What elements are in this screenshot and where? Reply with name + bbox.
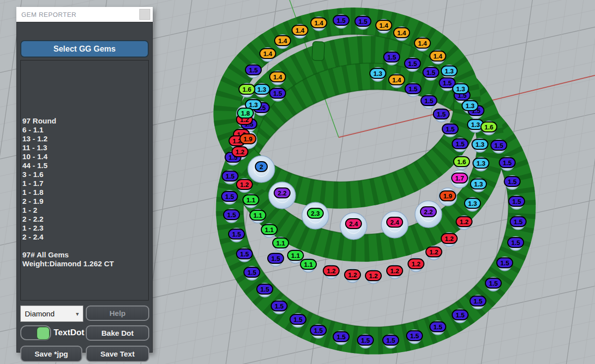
gem-dot[interactable]: 1.3 [253,84,270,95]
gem-dot[interactable]: 1.7 [451,173,468,183]
gem-dot[interactable]: 1.1 [261,224,278,235]
gem-dot[interactable]: 1.2 [456,216,473,227]
gem-dot[interactable]: 1.1 [272,238,289,248]
gem-dot[interactable]: 1.2 [232,146,248,157]
gem-dot[interactable]: 1.9 [439,190,456,201]
panel-title: GEM REPORTER [16,11,139,18]
gem-dot[interactable]: 1.5 [333,331,350,342]
gem-dot[interactable]: 1.4 [388,74,405,85]
gem-dot[interactable]: 1.1 [249,210,266,221]
gem-reporter-panel: GEM REPORTER Select GG Gems 97 Round 6 -… [16,7,153,353]
gem-dot[interactable]: 1.6 [453,156,470,167]
gem-dot[interactable]: 1.4 [429,51,446,61]
gem-dot[interactable]: 1.5 [510,216,527,227]
chevron-down-icon: ▾ [76,310,83,317]
gem-dot[interactable]: 1.5 [405,83,421,94]
gem-dot[interactable]: 1.5 [420,95,437,106]
gem-dot[interactable]: 1.9 [239,133,256,144]
bake-dot-button[interactable]: Bake Dot [86,325,149,341]
gem-dot[interactable]: 1.5 [490,140,507,151]
gem-dot[interactable]: 1.5 [485,278,502,289]
gem-dot[interactable]: 1.4 [269,71,286,82]
gem-dot[interactable]: 2 [255,161,268,172]
gem-dot[interactable]: 1.5 [269,88,286,99]
gem-dot[interactable]: 1.1 [242,194,259,205]
gem-dot[interactable]: 1.2 [441,233,458,244]
gem-dot[interactable]: 1.5 [504,176,521,187]
gem-dot[interactable]: 2.4 [386,217,403,228]
material-dropdown-value: Diamond [21,309,76,318]
gem-dot[interactable]: 1.5 [223,209,240,220]
gem-dot[interactable]: 1.5 [256,284,273,295]
gem-dot[interactable]: 1.5 [433,109,450,120]
gem-dot[interactable]: 1.6 [480,121,497,132]
gem-dot[interactable]: 1.1 [287,250,304,261]
gem-dot[interactable]: 1.5 [243,267,260,278]
gem-dot[interactable]: 1.4 [310,17,327,28]
gem-dot[interactable]: 1.6 [238,84,255,95]
gem-dot[interactable]: 1.5 [355,16,371,27]
gem-dot[interactable]: 1.5 [290,314,306,325]
gem-dot[interactable]: 1.5 [404,58,421,69]
gem-dot[interactable]: 1.5 [228,229,245,240]
textdot-toggle[interactable] [20,325,51,340]
gem-dot[interactable]: 1.5 [496,257,513,268]
gem-dot[interactable]: 1.2 [365,270,382,281]
gem-dot[interactable]: 1.4 [292,25,308,36]
gem-dot[interactable]: 1.3 [473,158,489,169]
gem-dot[interactable]: 1.3 [462,100,478,111]
gem-dot[interactable]: 1.5 [333,15,350,26]
select-gg-gems-button[interactable]: Select GG Gems [20,40,149,58]
gem-dot[interactable]: 1.3 [464,198,481,209]
material-dropdown[interactable]: Diamond ▾ [20,305,83,322]
gem-dot[interactable]: 1.5 [222,171,238,182]
gem-dot[interactable]: 1.4 [375,20,392,31]
gem-dot[interactable]: 2.3 [307,208,324,219]
gem-dot[interactable]: 1.3 [452,83,469,94]
help-button[interactable]: Help [86,305,149,321]
gem-dot[interactable]: 1.4 [259,48,276,59]
gem-dot[interactable]: 1.1 [300,259,317,270]
gem-dot[interactable]: 1.2 [323,265,340,276]
gem-dot[interactable]: 1.5 [508,196,525,207]
gem-dot[interactable]: 1.5 [452,138,469,149]
gem-dot[interactable]: 1.5 [271,301,288,311]
gem-dot[interactable]: 1.2 [236,179,253,190]
gem-dot[interactable]: 2.2 [420,206,437,217]
gem-dot[interactable]: 1.2 [425,246,442,257]
gem-dot[interactable]: 1.5 [383,52,400,62]
gem-dot[interactable]: 1.4 [414,38,431,49]
panel-collapse-button[interactable] [139,9,150,20]
gem-dot[interactable]: 1.2 [386,265,403,276]
save-text-button[interactable]: Save Text [86,346,149,362]
gem-dot[interactable]: 1.3 [441,65,458,76]
gem-dot[interactable]: 1.3 [470,179,487,189]
gem-dot[interactable]: 1.8 [237,108,254,119]
gem-dot[interactable]: 1.2 [408,258,424,269]
gem-dot[interactable]: 2.2 [274,187,291,198]
gem-dot[interactable]: 1.5 [406,330,423,341]
gem-dot[interactable]: 1.5 [236,248,253,259]
gem-dot[interactable]: 1.5 [429,321,446,332]
gem-report-list: 97 Round 6 - 1.1 13 - 1.2 11 - 1.3 10 - … [20,60,149,301]
gem-dot[interactable]: 1.5 [382,335,399,346]
gem-dot[interactable]: 1.3 [472,139,488,150]
gem-dot[interactable]: 1.5 [310,325,327,336]
gem-dot[interactable]: 1.5 [442,123,459,134]
gem-dot[interactable]: 1.5 [422,67,439,78]
gem-dot[interactable]: 1.5 [245,64,262,75]
gem-dot[interactable]: 1.5 [499,157,516,168]
gem-dot[interactable]: 1.5 [507,237,524,248]
gem-dot[interactable]: 1.2 [344,269,361,280]
save-jpg-button[interactable]: Save *jpg [20,346,82,362]
gem-dot[interactable]: 2.4 [345,218,362,229]
gem-dot[interactable]: 1.4 [393,27,410,38]
gem-dot[interactable]: 1.5 [221,191,238,202]
gem-dot[interactable]: 1.5 [357,335,374,346]
gem-dot[interactable]: 1.5 [267,253,284,264]
gem-dot[interactable]: 1.5 [470,296,486,306]
gem-dot[interactable]: 1.5 [452,309,469,320]
gem-dot[interactable]: 1.4 [274,35,291,46]
panel-titlebar[interactable]: GEM REPORTER [16,7,153,22]
gem-dot[interactable]: 1.3 [369,68,386,79]
